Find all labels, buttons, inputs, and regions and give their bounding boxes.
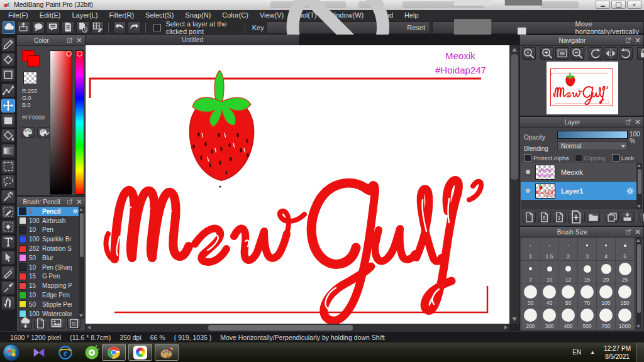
popout-icon[interactable] — [625, 36, 632, 44]
foreground-color-swatch-alt[interactable] — [27, 55, 40, 67]
layer-settings-gear-icon[interactable] — [625, 186, 635, 196]
saturation-value-picker[interactable] — [50, 50, 72, 195]
popout-icon[interactable] — [66, 198, 74, 206]
clipping-checkbox[interactable] — [575, 154, 582, 162]
close-icon[interactable] — [75, 36, 83, 44]
start-button[interactable] — [3, 344, 20, 361]
brush-size-option[interactable]: 700 — [597, 307, 616, 331]
popout-icon[interactable] — [625, 228, 632, 236]
scrollbar-thumb[interactable] — [208, 325, 353, 331]
tool-gradient[interactable] — [1, 144, 15, 158]
scroll-right-arrow[interactable] — [504, 326, 508, 329]
close-button[interactable]: ✕ — [627, 1, 641, 9]
scroll-up-arrow[interactable] — [636, 239, 640, 242]
menu-item[interactable]: Layer(L) — [66, 10, 103, 21]
tool-select-pen[interactable] — [1, 205, 15, 219]
hue-slider[interactable] — [75, 50, 84, 195]
cloud-brush-button[interactable] — [19, 318, 32, 329]
add-1bit-layer-button[interactable]: 1 — [553, 212, 566, 222]
brush-size-option[interactable]: 40 — [540, 284, 559, 307]
scroll-up-arrow[interactable] — [512, 48, 517, 52]
menu-item[interactable]: Filter(R) — [103, 10, 140, 21]
menu-item[interactable]: Edit(E) — [34, 10, 67, 21]
layer-row[interactable]: Meoxik#Hoidap247 Meoxik — [521, 163, 638, 182]
scrollbar-thumb[interactable] — [511, 54, 518, 180]
add-folder-button[interactable] — [587, 212, 600, 222]
brush-size-option[interactable]: 15 — [578, 261, 597, 284]
tool-select[interactable] — [1, 160, 15, 173]
background-color-swatch[interactable] — [23, 72, 37, 84]
brush-size-option[interactable]: 200 — [521, 307, 540, 331]
zoom-actual-button[interactable] — [522, 47, 536, 60]
brush-size-option[interactable]: 4 — [597, 238, 616, 261]
color-panel-header[interactable]: Color — [17, 35, 85, 46]
reset-button[interactable]: Reset — [266, 21, 430, 34]
brush-size-option[interactable]: 300 — [540, 307, 559, 331]
brush-list-item[interactable]: 5 Pencil — [18, 207, 80, 216]
layer-visibility-indicator[interactable] — [526, 170, 530, 174]
scrollbar-thumb[interactable] — [80, 213, 84, 257]
tool-shape-brush[interactable] — [1, 68, 15, 82]
medibang-paint-taskbar-button[interactable] — [155, 344, 179, 361]
layer-row[interactable]: Layer1 — [521, 182, 638, 200]
tool-lasso[interactable] — [1, 175, 15, 189]
brush-list-item[interactable]: 15 Mapping Pe — [18, 281, 80, 290]
tool-eraser[interactable] — [1, 53, 15, 67]
add-layer-button[interactable] — [523, 212, 536, 222]
popout-icon[interactable] — [66, 36, 74, 44]
brush-list-item[interactable]: 10 Edge Pen — [18, 290, 80, 300]
merge-layer-button[interactable] — [621, 212, 634, 222]
tool-brush[interactable] — [1, 38, 15, 52]
brush-size-option[interactable]: 1000 — [616, 307, 635, 331]
brush-list-item[interactable]: 282 Rotation Sy — [18, 244, 80, 253]
tool-pen[interactable] — [1, 266, 15, 280]
menu-item[interactable]: Select(S) — [140, 10, 179, 21]
taskbar-clock[interactable]: 12:27 PM 8/5/2021 — [604, 344, 631, 361]
cloud-button[interactable] — [3, 21, 15, 34]
scroll-down-arrow[interactable] — [636, 325, 640, 328]
protect-alpha-checkbox[interactable] — [524, 154, 531, 162]
canvas-horizontal-scrollbar[interactable] — [86, 324, 509, 331]
opacity-slider[interactable] — [557, 131, 628, 139]
brush-size-option[interactable]: 70 — [578, 284, 597, 307]
fit-screen-button[interactable] — [555, 47, 569, 60]
brush-list-item[interactable]: 100 Sparkle Bru — [18, 234, 80, 244]
navigator-thumbnail[interactable] — [547, 62, 618, 114]
scroll-down-arrow[interactable] — [637, 205, 641, 208]
script-brush-button[interactable]: S — [67, 318, 80, 329]
move-horizontally-vertically-button[interactable]: Move horizontally/vertically — [432, 21, 644, 34]
tool-fill-rect[interactable] — [1, 114, 15, 128]
tool-operation[interactable] — [1, 251, 15, 265]
chrome-taskbar-button[interactable] — [102, 344, 126, 361]
brush-size-header[interactable]: Brush Size — [520, 227, 643, 238]
layer-list-scrollbar[interactable] — [636, 163, 642, 209]
language-indicator[interactable]: EN — [572, 349, 581, 356]
minimize-button[interactable] — [596, 1, 610, 9]
zoom-out-button[interactable] — [570, 47, 584, 60]
close-icon[interactable] — [634, 36, 641, 44]
brush-size-option[interactable]: 12 — [559, 261, 578, 284]
brush-size-option[interactable]: 3 — [578, 238, 597, 261]
brush-size-option[interactable]: 400 — [559, 307, 578, 331]
tool-select-eraser[interactable] — [1, 220, 15, 234]
delete-layer-button[interactable] — [640, 212, 644, 222]
scrollbar-thumb[interactable] — [638, 169, 641, 194]
canvas-vertical-scrollbar[interactable] — [509, 45, 519, 324]
brush-size-option[interactable]: 5 — [616, 238, 635, 261]
tool-move[interactable] — [1, 99, 15, 112]
brush-size-option[interactable]: 150 — [616, 284, 635, 307]
scroll-down-arrow[interactable] — [512, 317, 517, 321]
select-layer-checkbox[interactable] — [153, 24, 161, 31]
brush-list-item[interactable]: 10 Pen — [18, 226, 80, 235]
menu-item[interactable]: Color(C) — [216, 10, 254, 21]
brush-size-option[interactable]: 20 — [597, 261, 616, 284]
medibang-launcher-taskbar-button[interactable] — [128, 344, 152, 361]
blending-dropdown[interactable]: Normal — [557, 141, 628, 150]
brush-size-option[interactable]: 50 — [559, 284, 578, 307]
coccoc-taskbar-icon[interactable] — [84, 345, 99, 360]
comment-list-button[interactable] — [47, 21, 59, 34]
material-grid-button[interactable] — [91, 21, 104, 34]
brush-size-option[interactable]: 30 — [521, 284, 540, 307]
tool-bucket[interactable] — [1, 129, 15, 143]
brush-size-option[interactable]: 1.5 — [540, 238, 559, 261]
